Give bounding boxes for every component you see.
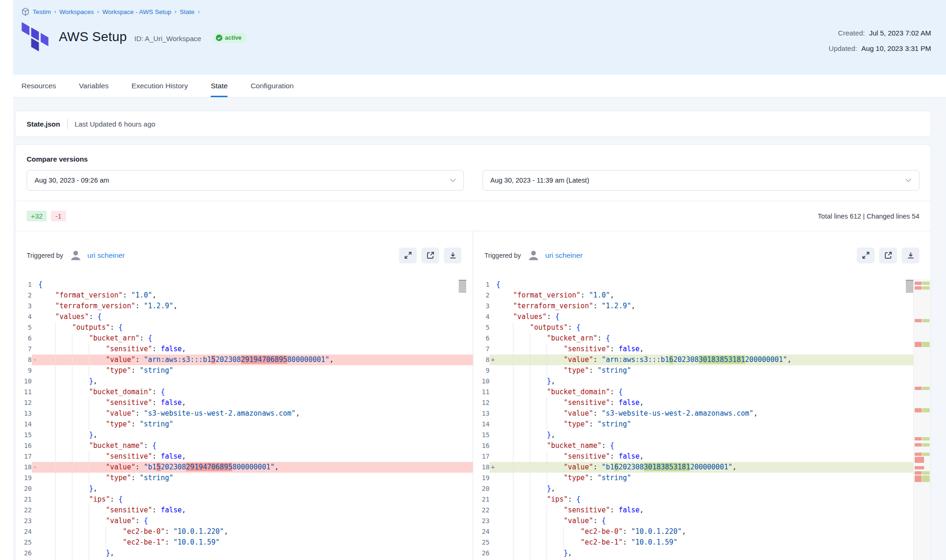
- expand-button[interactable]: [857, 248, 875, 263]
- workspace-header: Testim›Workspaces›Workspace - AWS Setup›…: [0, 0, 946, 75]
- tab-variables[interactable]: Variables: [79, 75, 108, 97]
- line-number: 25: [15, 537, 32, 548]
- open-external-button[interactable]: [879, 248, 897, 263]
- diff-marker: [32, 494, 38, 505]
- code-token: ,: [296, 409, 300, 418]
- code-line-11: 11 "bucket_domain": {: [15, 387, 473, 397]
- code-text: "value": "b1620230830183853181200000001"…: [496, 462, 931, 473]
- state-diff-editor-right[interactable]: 1{2 "format_version": "1.0",3 "terraform…: [473, 279, 931, 560]
- download-button[interactable]: [902, 248, 919, 263]
- indent-guide: [89, 451, 89, 462]
- code-line-25: 25 "ec2-be-1": "10.0.1.59": [473, 537, 931, 548]
- line-number: 19: [15, 473, 32, 483]
- indent-guide: [72, 440, 72, 451]
- user-avatar: [526, 248, 541, 262]
- code-text: },: [38, 376, 473, 387]
- scrollbar-thumb[interactable]: [906, 280, 913, 293]
- indent-guide: [72, 516, 72, 526]
- version-select-left[interactable]: Aug 30, 2023 - 09:26 am: [27, 170, 464, 191]
- line-number: 10: [473, 376, 490, 387]
- code-token: [597, 517, 602, 525]
- code-token: {: [148, 334, 152, 342]
- code-token: ,: [551, 431, 555, 439]
- code-text: "terraform_version": "1.2.9",: [496, 301, 931, 312]
- indent-guide: [106, 526, 106, 537]
- code-token: false: [161, 452, 182, 461]
- line-number: 15: [15, 430, 32, 440]
- code-token: [114, 323, 119, 332]
- json-key: "outputs": [530, 323, 568, 332]
- line-number: 17: [473, 451, 490, 462]
- breadcrumb-separator: ›: [54, 8, 56, 15]
- open-external-button[interactable]: [421, 248, 439, 263]
- triggered-by-label: Triggered by: [27, 252, 63, 259]
- code-token: "1.2.9": [602, 302, 631, 310]
- code-token: [38, 484, 89, 493]
- breadcrumb-link-testim[interactable]: Testim: [33, 8, 51, 15]
- tab-state[interactable]: State: [211, 75, 228, 97]
- tab-configuration[interactable]: Configuration: [250, 75, 293, 97]
- code-text: "bucket_name": {: [38, 440, 473, 451]
- indent-guide: [530, 505, 530, 516]
- diff-marker: [32, 322, 38, 333]
- code-token: :: [131, 474, 135, 482]
- json-key: "outputs": [72, 323, 110, 332]
- indent-guide: [72, 333, 72, 344]
- code-token: 202308: [673, 355, 698, 364]
- code-token: ,: [182, 506, 186, 514]
- code-line-13: 13 "value": "s3-website-us-west-2.amazon…: [15, 408, 473, 419]
- download-button[interactable]: [444, 248, 462, 263]
- line-number: 5: [15, 322, 32, 333]
- diff-marker: [32, 333, 38, 344]
- triggered-by-user-link[interactable]: uri scheiner: [545, 251, 583, 260]
- state-file-card: State.json Last Updated 6 hours ago: [15, 111, 931, 137]
- expand-button[interactable]: [399, 248, 417, 263]
- code-token: [614, 506, 619, 514]
- diff-marker: [32, 397, 38, 408]
- indent-guide: [530, 494, 530, 505]
- code-text: "values": {: [496, 312, 931, 322]
- code-token: {: [97, 312, 101, 321]
- json-key: "value": [564, 463, 593, 471]
- code-token: {: [555, 312, 559, 321]
- scrollbar-thumb[interactable]: [459, 280, 466, 293]
- json-key: "bucket_domain": [89, 388, 152, 396]
- code-token: [496, 495, 547, 503]
- indent-guide: [513, 462, 513, 473]
- tab-resources[interactable]: Resources: [21, 75, 56, 97]
- workspace-tabs: ResourcesVariablesExecution HistoryState…: [0, 75, 946, 98]
- code-token: :: [568, 495, 572, 503]
- indent-guide: [55, 376, 56, 387]
- chevron-down-icon: [905, 178, 911, 182]
- indent-guide: [530, 516, 530, 526]
- tab-execution-history[interactable]: Execution History: [132, 75, 188, 97]
- state-diff-editor-left[interactable]: 1{2 "format_version": "1.0",3 "terraform…: [15, 279, 473, 560]
- ruler-added-mark: [922, 342, 930, 347]
- code-token: [614, 398, 619, 407]
- code-token: :: [135, 302, 140, 310]
- triggered-by-user-link[interactable]: uri scheiner: [87, 251, 125, 260]
- code-token: ,: [754, 409, 758, 418]
- json-key: "bucket_name": [547, 441, 601, 450]
- code-token: [156, 506, 161, 514]
- breadcrumb-link-workspace-aws-setup[interactable]: Workspace - AWS Setup: [102, 8, 171, 15]
- indent-guide: [55, 440, 56, 451]
- diff-marker: [490, 526, 496, 537]
- code-line-7: 7 "sensitive": false,: [15, 344, 473, 354]
- code-token: "10.0.1.220": [173, 527, 224, 536]
- breadcrumb-link-state[interactable]: State: [180, 8, 195, 15]
- line-number: 21: [15, 494, 32, 505]
- indent-guide: [72, 494, 72, 505]
- code-line-5: 5 "outputs": {: [15, 322, 473, 333]
- version-select-right[interactable]: Aug 30, 2023 - 11:39 am (Latest): [483, 170, 920, 191]
- json-key: "bucket_domain": [547, 388, 610, 396]
- code-text: "ips": {: [38, 494, 473, 505]
- json-key: "type": [564, 366, 589, 375]
- code-line-22: 22 "sensitive": false,: [473, 505, 931, 516]
- breadcrumb-link-workspaces[interactable]: Workspaces: [59, 8, 94, 15]
- workspace-meta: Created:Jul 5, 2023 7:02 AM Updated:Aug …: [829, 25, 931, 56]
- indent-guide: [513, 354, 513, 365]
- code-token: 200000001": [690, 463, 732, 471]
- diff-marker: [32, 290, 38, 301]
- code-token: {: [152, 441, 156, 450]
